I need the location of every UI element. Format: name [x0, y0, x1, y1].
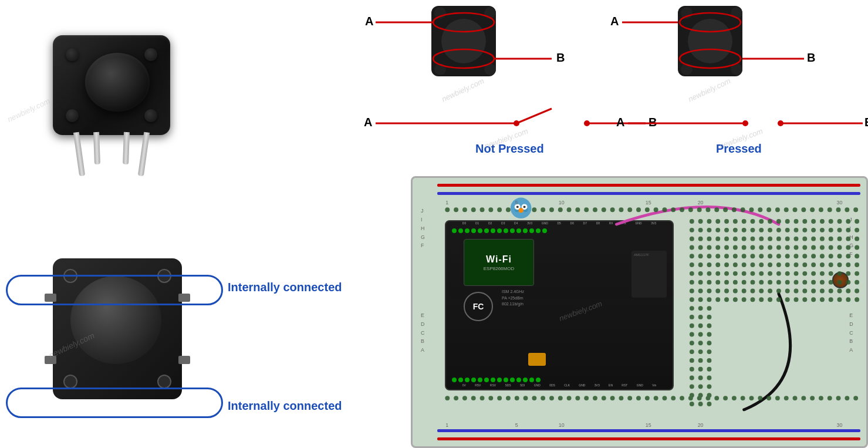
chip-text: AM1117F: [631, 251, 667, 259]
bb-col-btm-10: 10: [559, 422, 565, 428]
label-b-not-pressed: B: [649, 116, 657, 129]
bb-col-btm-20: 20: [698, 422, 704, 428]
int-pin-br: [157, 375, 171, 389]
wifi-module: Wi-Fi ESP8266MOD: [464, 239, 534, 286]
pin-labels-bottom: 0VRSVRSVSDSSDIGND0DSCLKGND3V3ENRSTGNDVin: [458, 383, 661, 389]
internal-connection-diagram: Internally connected Internally connecte…: [0, 235, 264, 446]
leg-lower-left: [73, 132, 85, 177]
connector-right-bottom: [178, 356, 190, 364]
breadboard: Wi-Fi ESP8266MOD FC ISM 2.4GHz PA +25dBm…: [411, 176, 868, 448]
bb-row-label-h: H: [421, 225, 424, 231]
rail-top-blue: [437, 192, 860, 195]
watermark-right-sch: newbiely.com: [687, 76, 732, 104]
bottom-leds: [452, 378, 667, 382]
switch-cap: [85, 53, 150, 112]
connector-left-bottom: [45, 356, 56, 364]
bb-col-btm-5: 5: [515, 422, 518, 428]
label-b-left: B: [556, 51, 565, 64]
switch-body: [53, 35, 170, 135]
esp8266-chip: Wi-Fi ESP8266MOD FC ISM 2.4GHz PA +25dBm…: [445, 220, 674, 390]
pin-labels-top: D0D1D2D3D43V3GNDD5D6D7D8RXTXGND3V3: [458, 221, 661, 227]
rail-bottom-red: [437, 437, 860, 440]
label-b-right: B: [807, 51, 815, 64]
small-button-breadboard: [832, 272, 849, 288]
label-a-not-pressed: A: [364, 116, 372, 129]
bb-row-label-i: I: [421, 217, 422, 223]
bb-row-label-b: B: [421, 338, 424, 344]
svg-line-22: [516, 109, 552, 123]
switch-photo-area: newbiely.com: [0, 0, 235, 223]
wifi-logo: Wi-Fi ESP8266MOD: [484, 254, 514, 271]
bb-row-label-e: E: [421, 312, 424, 318]
svg-point-1: [441, 19, 486, 63]
label-a-pressed: A: [616, 116, 624, 129]
leg-upper-right: [123, 132, 130, 164]
leg-lower-right: [138, 132, 150, 177]
esp-ism-label: ISM 2.4GHz PA +25dBm 802.11b/g/n: [502, 289, 524, 308]
int-pin-bl: [63, 375, 77, 389]
breadboard-area: Wi-Fi ESP8266MOD FC ISM 2.4GHz PA +25dBm…: [411, 176, 868, 448]
bump-br: [144, 109, 157, 122]
rail-top-red: [437, 184, 860, 187]
top-leds: [452, 228, 667, 233]
bb-row-label-c: C: [421, 330, 425, 336]
oval-top: [6, 275, 223, 305]
bb-col-btm-1: 1: [445, 422, 448, 428]
bb-col-btm-30: 30: [837, 422, 843, 428]
fc-logo: FC: [464, 292, 493, 321]
aux-chip: AM1117F: [631, 251, 667, 298]
capacitor-yellow: [528, 353, 546, 366]
svg-point-11: [688, 19, 732, 63]
label-a-left-top: A: [365, 15, 373, 28]
leg-upper-left: [93, 132, 100, 164]
watermark-left-sch: newbiely.com: [440, 76, 485, 104]
bump-tr: [144, 48, 157, 61]
svg-point-26: [742, 120, 748, 126]
bump-bl: [66, 109, 79, 122]
oval-bottom: [6, 388, 223, 418]
bb-col-btm-15: 15: [646, 422, 651, 428]
internally-connected-label-1: Internally connected: [228, 281, 342, 294]
bump-tl: [66, 48, 79, 61]
label-b-pressed: B: [864, 116, 868, 129]
bb-row-label-j: J: [421, 208, 423, 214]
int-diagram-container: Internally connected Internally connecte…: [0, 241, 264, 440]
bb-row-label-d: D: [421, 321, 424, 327]
internally-connected-label-2: Internally connected: [228, 399, 342, 413]
bb-row-label-f: F: [421, 242, 424, 248]
switch-photo: [35, 23, 200, 200]
rail-bottom-blue: [437, 429, 860, 432]
bb-row-label-g: G: [421, 234, 425, 240]
label-a-right-top: A: [610, 15, 619, 28]
schematics-diagram: A B newbiely.com A B newbiely.com A B No…: [317, 0, 868, 170]
bb-row-label-a-bb: A: [421, 347, 424, 353]
